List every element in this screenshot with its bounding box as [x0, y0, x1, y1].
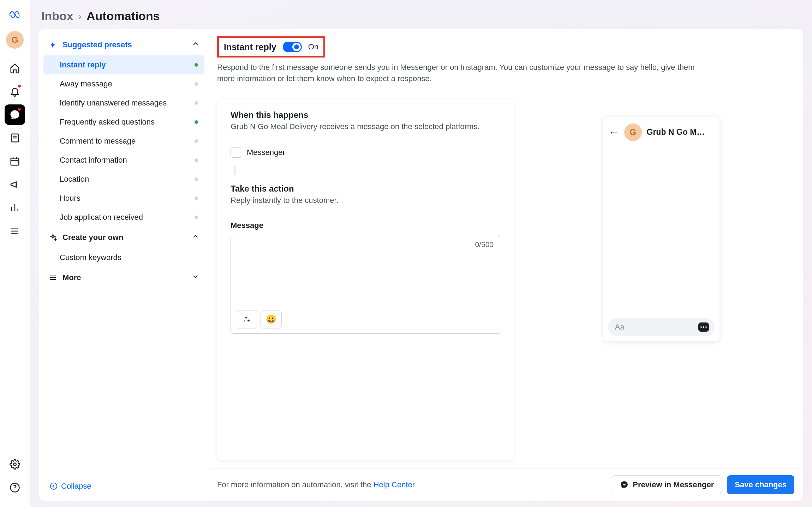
preset-label: Instant reply [60, 60, 106, 70]
collapse-label: Collapse [61, 482, 91, 491]
status-dot [195, 101, 198, 105]
preset-label: Contact information [60, 156, 127, 165]
status-dot [195, 197, 198, 200]
messenger-preview: ← G Grub N Go M… Aa [603, 117, 720, 341]
when-subtext: Grub N Go Meal Delivery receives a messa… [231, 122, 500, 131]
chevron-up-icon [192, 233, 199, 242]
nav-ads[interactable] [5, 174, 25, 195]
svg-point-4 [50, 483, 57, 489]
drag-handle-icon [234, 166, 236, 175]
meta-logo [6, 6, 23, 23]
status-dot [195, 139, 198, 143]
character-count: 0/500 [475, 240, 494, 249]
create-your-own-header[interactable]: Create your own [43, 227, 204, 248]
automations-panel: Suggested presets Instant reply Away mes… [39, 29, 209, 501]
status-dot [195, 216, 198, 219]
preset-label: Custom keywords [60, 253, 121, 262]
ai-suggest-button[interactable] [236, 310, 257, 328]
status-dot [195, 158, 198, 162]
message-textarea[interactable]: 0/500 😀 [231, 235, 500, 334]
preview-input: Aa [608, 318, 715, 336]
status-dot [195, 120, 198, 124]
suggested-presets-label: Suggested presets [62, 40, 132, 49]
instant-reply-toggle[interactable] [283, 42, 302, 52]
preset-label: Away message [60, 79, 112, 89]
nav-home[interactable] [5, 58, 25, 78]
collapse-button[interactable]: Collapse [43, 477, 204, 496]
breadcrumb-current: Automations [86, 9, 160, 23]
preset-label: Job application received [60, 213, 143, 222]
action-heading: Take this action [231, 184, 500, 194]
preset-hours[interactable]: Hours [43, 189, 204, 208]
footer-help-text: For more information on automation, visi… [217, 480, 415, 489]
sparkle-icon [48, 233, 58, 242]
preview-in-messenger-button[interactable]: Preview in Messenger [612, 475, 722, 494]
account-avatar-initial: G [12, 35, 18, 45]
svg-point-2 [13, 463, 16, 466]
notification-dot [18, 85, 21, 87]
preset-location[interactable]: Location [43, 170, 204, 189]
status-dot [195, 177, 198, 181]
nav-help[interactable] [5, 477, 25, 498]
preset-label: Identify unanswered messages [60, 98, 167, 108]
preview-avatar: G [624, 123, 642, 141]
preview-title: Grub N Go M… [647, 127, 714, 137]
account-avatar[interactable]: G [6, 31, 24, 49]
more-header[interactable]: More [43, 267, 204, 288]
preset-label: Frequently asked questions [60, 117, 155, 127]
breadcrumb: Inbox › Automations [39, 5, 803, 29]
breadcrumb-inbox[interactable]: Inbox [41, 9, 73, 23]
instant-reply-header-box: Instant reply On [217, 36, 325, 58]
help-center-link[interactable]: Help Center [374, 480, 415, 489]
chevron-up-icon [192, 40, 199, 50]
automation-description: Respond to the first message someone sen… [217, 62, 711, 84]
send-icon [698, 322, 709, 332]
preset-comment-to-message[interactable]: Comment to message [43, 132, 204, 151]
list-icon [48, 273, 58, 282]
preset-label: Hours [60, 194, 80, 203]
automation-config-card: When this happens Grub N Go Meal Deliver… [217, 99, 514, 460]
platform-messenger-label: Messenger [247, 148, 285, 157]
preset-faq[interactable]: Frequently asked questions [43, 113, 204, 132]
preset-instant-reply[interactable]: Instant reply [43, 55, 204, 74]
preset-identify-unanswered[interactable]: Identify unanswered messages [43, 93, 204, 113]
more-label: More [62, 273, 81, 282]
preset-custom-keywords[interactable]: Custom keywords [43, 248, 204, 267]
create-your-own-label: Create your own [62, 233, 123, 242]
preset-label: Comment to message [60, 137, 136, 146]
preset-label: Location [60, 175, 89, 184]
back-arrow-icon[interactable]: ← [609, 126, 619, 138]
preset-contact-info[interactable]: Contact information [43, 151, 204, 170]
nav-more[interactable] [5, 221, 25, 241]
action-subtext: Reply instantly to the customer. [231, 196, 500, 205]
nav-content[interactable] [5, 128, 25, 148]
save-changes-button[interactable]: Save changes [727, 475, 794, 494]
nav-settings[interactable] [5, 454, 25, 475]
preset-away-message[interactable]: Away message [43, 74, 204, 93]
automation-detail: Instant reply On Respond to the first me… [209, 29, 803, 501]
automation-title: Instant reply [224, 42, 276, 52]
emoji-button[interactable]: 😀 [261, 310, 282, 328]
when-heading: When this happens [231, 110, 500, 120]
messenger-checkbox[interactable] [231, 147, 241, 158]
nav-inbox[interactable] [5, 104, 25, 125]
left-rail: G [0, 0, 30, 507]
nav-insights[interactable] [5, 198, 25, 218]
bolt-icon [48, 41, 58, 49]
status-dot [195, 82, 198, 86]
message-label: Message [231, 221, 500, 230]
status-dot [195, 63, 198, 67]
footer-bar: For more information on automation, visi… [209, 469, 803, 501]
preview-placeholder: Aa [615, 322, 625, 332]
suggested-presets-header[interactable]: Suggested presets [43, 34, 204, 55]
svg-rect-1 [11, 158, 19, 165]
toggle-state-label: On [308, 42, 318, 52]
nav-notifications[interactable] [5, 81, 25, 102]
chevron-right-icon: › [78, 11, 82, 22]
chevron-down-icon [192, 273, 199, 283]
preset-job-application[interactable]: Job application received [43, 208, 204, 227]
nav-planner[interactable] [5, 151, 25, 171]
inbox-dot [18, 108, 21, 111]
